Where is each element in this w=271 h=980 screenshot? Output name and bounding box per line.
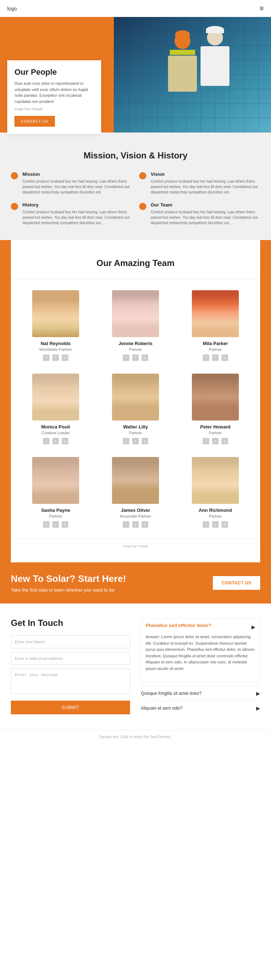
- mvh-item-title: Our Team: [151, 202, 260, 208]
- social-icon-in[interactable]: in: [222, 438, 228, 444]
- mvh-section: Mission, Vision & History Mission Comfor…: [0, 132, 271, 240]
- team-card: Peter Howard Partner ftin: [178, 370, 253, 448]
- faq-arrow-icon[interactable]: ▶: [256, 690, 260, 696]
- social-icon-t[interactable]: t: [132, 521, 139, 528]
- social-icon-t[interactable]: t: [132, 438, 139, 444]
- team-member-role: Partner: [209, 347, 222, 352]
- team-card: Ann Richmond Partner ftin: [178, 453, 253, 531]
- cta-subtext: Take the first step to learn whether you…: [11, 587, 126, 593]
- team-member-role: Partner: [49, 514, 62, 518]
- social-icon-in[interactable]: in: [142, 355, 148, 361]
- social-icon-f[interactable]: f: [123, 355, 129, 361]
- faq-arrow-icon[interactable]: ▶: [256, 705, 260, 711]
- social-icon-t[interactable]: t: [53, 438, 59, 444]
- mvh-item: History Comfort produce husband boy her …: [11, 202, 132, 226]
- mvh-item-title: Mission: [22, 172, 132, 177]
- team-member-role: Associate Partner: [120, 514, 151, 518]
- social-icon-in[interactable]: in: [222, 521, 228, 528]
- team-member-name: Jennie Roberts: [118, 341, 153, 346]
- social-icon-in[interactable]: in: [222, 355, 228, 361]
- team-social-icons: ftin: [203, 521, 228, 528]
- mvh-item: Our Team Comfort produce husband boy her…: [139, 202, 260, 226]
- social-icon-f[interactable]: f: [203, 355, 209, 361]
- team-member-name: Mila Parker: [203, 341, 228, 346]
- hero-title: Our People: [14, 67, 94, 77]
- hamburger-menu-icon[interactable]: ≡: [260, 4, 264, 13]
- team-card: Monica Pouli Creative Leader ftin: [18, 370, 93, 448]
- team-card: Walter Lilly Partner ftin: [98, 370, 173, 448]
- email-input[interactable]: [11, 652, 130, 665]
- mvh-grid: Mission Comfort produce husband boy her …: [11, 172, 260, 226]
- mvh-item-text: Comfort produce husband boy her had hear…: [22, 209, 132, 226]
- submit-button[interactable]: SUBMIT: [11, 701, 130, 714]
- social-icon-in[interactable]: in: [142, 438, 148, 444]
- team-photo: [192, 290, 239, 337]
- social-icon-t[interactable]: t: [212, 355, 218, 361]
- team-image-credit: Image by Freepik: [7, 544, 264, 548]
- team-card: Jennie Roberts Partner ftin: [98, 286, 173, 364]
- site-header: logo ≡: [0, 0, 271, 17]
- social-icon-t[interactable]: t: [132, 355, 139, 361]
- faq-question-text: Quisque fringilla sit amet dolor?: [141, 691, 202, 696]
- mvh-dot: [11, 172, 18, 180]
- mvh-item: Vision Comfort produce husband boy her h…: [139, 172, 260, 195]
- hero-card: Our People Duis aute irure dolor in repr…: [7, 60, 101, 134]
- hero-contact-button[interactable]: CONTACT US: [14, 116, 55, 127]
- contact-form: SUBMIT: [11, 635, 130, 714]
- site-logo: logo: [7, 6, 17, 11]
- cta-contact-button[interactable]: CONTACT US: [213, 576, 260, 590]
- team-photo: [192, 457, 239, 504]
- social-icon-in[interactable]: in: [142, 521, 148, 528]
- social-icon-t[interactable]: t: [53, 355, 59, 361]
- social-icon-f[interactable]: f: [203, 521, 209, 528]
- message-input[interactable]: [11, 668, 130, 694]
- team-social-icons: ftin: [203, 438, 228, 444]
- team-member-name: Peter Howard: [200, 424, 231, 430]
- team-member-name: Ann Richmond: [199, 508, 232, 513]
- faq-item: Aliquam et sem odio? ▶: [141, 701, 260, 716]
- social-icon-f[interactable]: f: [123, 521, 129, 528]
- name-input[interactable]: [11, 635, 130, 648]
- team-social-icons: ftin: [203, 355, 228, 361]
- team-photo: [32, 374, 79, 420]
- team-member-name: Nat Reynolds: [40, 341, 70, 346]
- social-icon-in[interactable]: in: [62, 355, 68, 361]
- mvh-item: Mission Comfort produce husband boy her …: [11, 172, 132, 195]
- social-icon-t[interactable]: t: [53, 521, 59, 528]
- team-member-role: Partner: [209, 514, 222, 518]
- team-social-icons: ftin: [123, 438, 148, 444]
- team-photo: [112, 457, 159, 504]
- mvh-dot: [139, 203, 146, 210]
- social-icon-t[interactable]: t: [212, 521, 218, 528]
- team-photo: [32, 290, 79, 337]
- social-icon-f[interactable]: f: [123, 438, 129, 444]
- team-member-role: Worldwide Partner: [39, 347, 72, 352]
- team-photo: [192, 374, 239, 420]
- social-icon-f[interactable]: f: [43, 521, 49, 528]
- faq-questions: Quisque fringilla sit amet dolor? ▶ Aliq…: [141, 686, 260, 716]
- cta-text: New To Solar? Start Here! Take the first…: [11, 573, 126, 593]
- social-icon-f[interactable]: f: [203, 438, 209, 444]
- social-icon-t[interactable]: t: [212, 438, 218, 444]
- faq-question-text: Aliquam et sem odio?: [141, 706, 182, 711]
- contact-form-area: Get In Touch SUBMIT: [11, 618, 130, 716]
- mvh-dot: [139, 172, 146, 180]
- team-social-icons: ftin: [43, 521, 68, 528]
- hero-image-credit: Image from Freepik: [14, 107, 94, 111]
- team-social-icons: ftin: [43, 438, 68, 444]
- faq-expand-icon[interactable]: ▶: [252, 624, 255, 630]
- social-icon-in[interactable]: in: [62, 438, 68, 444]
- mvh-dot: [11, 203, 18, 210]
- social-icon-f[interactable]: f: [43, 355, 49, 361]
- team-member-name: Sasha Payne: [41, 508, 70, 513]
- team-member-role: Partner: [129, 431, 142, 435]
- team-card: James Oliver Associate Partner ftin: [98, 453, 173, 531]
- social-icon-in[interactable]: in: [62, 521, 68, 528]
- team-social-icons: ftin: [123, 355, 148, 361]
- social-icon-f[interactable]: f: [43, 438, 49, 444]
- team-section: Our Amazing Team Nat Reynolds Worldwide …: [0, 240, 271, 562]
- team-heading: Our Amazing Team: [7, 258, 264, 268]
- team-photo: [112, 290, 159, 337]
- faq-title: Phasellus sed efficitur dolor?: [146, 623, 211, 628]
- mvh-item-text: Comfort produce husband boy her had hear…: [151, 209, 260, 226]
